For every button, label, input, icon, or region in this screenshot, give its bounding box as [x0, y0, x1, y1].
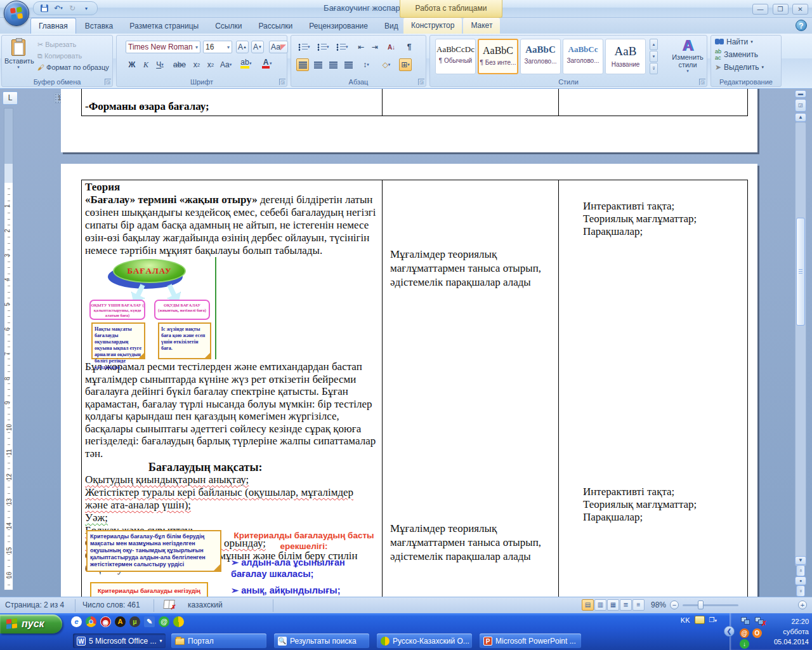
language-bar[interactable]: KK ❐▾ — [681, 616, 717, 624]
format-painter-button[interactable]: 🖌 Формат по образцу — [37, 63, 109, 71]
increase-indent-icon[interactable]: ⇥ — [369, 41, 381, 53]
zoom-slider-thumb[interactable] — [698, 600, 704, 609]
table-cell-teachers[interactable]: Мұғалімдер теориялық мағлұматтармен таны… — [383, 180, 558, 597]
page-2[interactable]: Теория «Бағалау» термині «жақын отыру» д… — [61, 164, 757, 597]
select-browse-object-icon[interactable]: ● — [795, 576, 806, 585]
next-page-icon[interactable]: » — [796, 585, 805, 597]
zoom-level[interactable]: 98% — [651, 600, 666, 609]
browse-object-icon[interactable]: ◲ — [795, 99, 806, 112]
word-count[interactable]: Число слов: 461 — [82, 600, 140, 609]
language-code[interactable]: KK — [681, 616, 690, 624]
highlight-button[interactable]: ab▾ — [239, 57, 254, 70]
tab-glavnaya[interactable]: Главная — [30, 18, 76, 34]
shrink-font-icon[interactable]: A▼ — [251, 41, 264, 53]
select-button[interactable]: ➤ Выделить▾ — [715, 63, 781, 72]
utorrent-icon[interactable]: µ — [129, 616, 140, 627]
view-web-layout-icon[interactable]: ▦ — [607, 599, 619, 611]
minimize-button[interactable]: — — [752, 4, 768, 15]
close-button[interactable]: ✕ — [792, 4, 808, 15]
font-size-combo[interactable]: 16▾ — [203, 41, 232, 53]
scroll-thumb[interactable] — [796, 218, 805, 326]
sort-icon[interactable]: А↓ — [385, 41, 398, 53]
change-case-button[interactable]: Aa▾ — [218, 58, 233, 71]
language-bar-options-icon[interactable]: ❐▾ — [709, 616, 717, 623]
browser-icon[interactable]: ◉ — [100, 616, 111, 627]
italic-button[interactable]: К — [140, 58, 152, 71]
styles-scroll-up-icon[interactable]: ▲ — [650, 39, 658, 50]
taskbar-search-results-button[interactable]: 🔍 Результаты поиска — [274, 633, 369, 648]
tab-recenzirovanie[interactable]: Рецензирование — [301, 18, 376, 34]
tab-ssylki[interactable]: Ссылки — [207, 18, 249, 34]
numbering-icon[interactable]: ▾ — [315, 41, 331, 53]
font-name-combo[interactable]: Times New Roman▾ — [126, 41, 200, 53]
tab-stop-selector[interactable]: L — [3, 91, 18, 105]
split-view-handle[interactable]: ▬ — [795, 90, 806, 98]
superscript-button[interactable]: x2 — [204, 58, 217, 71]
cut-button[interactable]: ✂ Вырезать — [37, 41, 109, 49]
tray-clock[interactable]: 22:20 суббота 05.04.2014 — [764, 616, 809, 647]
shading-icon[interactable]: ◇▾ — [380, 58, 393, 71]
vertical-scrollbar[interactable]: ▬ ◲ ▲ ▼ « ● » — [795, 89, 806, 597]
mail-at-icon[interactable]: @ — [740, 628, 749, 638]
keyboard-layout-icon[interactable] — [695, 616, 705, 624]
style-heading1[interactable]: AaBbC Заголово... — [520, 39, 561, 74]
restore-button[interactable]: ❐ — [773, 4, 789, 15]
taskbar-portal-button[interactable]: Портал — [171, 633, 266, 648]
zoom-slider-track[interactable] — [683, 604, 738, 606]
notes-icon[interactable]: ✎ — [144, 616, 155, 627]
font-dialog-launcher[interactable]: ◲ — [279, 79, 285, 85]
grow-font-icon[interactable]: A▲ — [236, 41, 249, 53]
replace-button[interactable]: abac Заменить — [715, 48, 781, 61]
vertical-ruler[interactable]: 1234567891011121314151617 — [4, 108, 13, 590]
scroll-up-icon[interactable]: ▲ — [795, 113, 806, 122]
scroll-track[interactable] — [795, 122, 806, 566]
multilevel-list-icon[interactable]: ▾ — [334, 41, 350, 53]
font-color-button[interactable]: А▾ — [260, 57, 274, 70]
styles-gallery-more-icon[interactable]: ⊽ — [650, 63, 658, 74]
spellcheck-icon[interactable] — [163, 600, 174, 609]
taskbar-word-button[interactable]: W 5 Microsoft Office ...▾ — [73, 633, 166, 648]
internet-explorer-icon[interactable]: e — [71, 616, 82, 627]
decrease-indent-icon[interactable]: ⇤ — [355, 41, 367, 53]
paragraph-dialog-launcher[interactable]: ◲ — [418, 79, 424, 85]
style-title[interactable]: AaB Название — [605, 39, 646, 74]
scroll-down-icon[interactable]: ▼ — [795, 556, 806, 565]
update-download-icon[interactable]: ↓ — [740, 639, 749, 649]
line-spacing-icon[interactable]: ↕▾ — [360, 58, 372, 71]
start-button[interactable]: пуск — [0, 614, 62, 633]
table-cell-theory[interactable]: Теория «Бағалау» термині «жақын отыру» д… — [82, 180, 382, 597]
table-cell-resources[interactable]: Интерактивті тақта; Теориялық мағлұматта… — [559, 180, 747, 597]
odnoklassniki-icon[interactable]: O — [752, 628, 762, 638]
language-indicator[interactable]: казахский — [188, 600, 223, 609]
styles-dialog-launcher[interactable]: ◲ — [699, 79, 705, 85]
app-a-icon[interactable]: A — [115, 616, 126, 627]
bullets-icon[interactable]: ▾ — [296, 41, 312, 53]
taskbar-dictionary-button[interactable]: Русско-Казахский О... — [377, 633, 472, 648]
change-styles-button[interactable]: A Изменить стили▾ — [671, 38, 704, 74]
yandex-icon[interactable] — [173, 616, 184, 627]
tab-rassylki[interactable]: Рассылки — [251, 18, 300, 34]
align-left-button[interactable] — [296, 58, 309, 71]
show-marks-icon[interactable]: ¶ — [403, 41, 416, 53]
subscript-button[interactable]: x2 — [190, 58, 203, 71]
network-disconnected-icon[interactable] — [755, 617, 765, 625]
tab-razmetka[interactable]: Разметка страницы — [122, 18, 206, 34]
zoom-out-icon[interactable]: − — [670, 600, 679, 609]
view-outline-icon[interactable]: ≣ — [620, 599, 632, 611]
underline-button[interactable]: Ч▾ — [154, 58, 166, 71]
borders-icon[interactable]: ⊞▾ — [399, 58, 412, 71]
mail-agent-icon[interactable]: @ — [159, 616, 169, 627]
office-button[interactable] — [4, 1, 29, 26]
view-print-layout-icon[interactable]: ▤ — [582, 599, 594, 611]
tab-vstavka[interactable]: Вставка — [77, 18, 121, 34]
page-indicator[interactable]: Страница: 2 из 4 — [5, 600, 64, 609]
align-right-button[interactable] — [327, 58, 339, 71]
taskbar-powerpoint-button[interactable]: P Microsoft PowerPoint ... — [480, 633, 581, 648]
tab-konstruktor[interactable]: Конструктор — [403, 18, 462, 34]
style-normal[interactable]: AaBbCcDc ¶ Обычный — [435, 39, 476, 74]
style-heading2[interactable]: AaBbCc Заголово... — [563, 39, 603, 74]
page-1[interactable]: -Форманы өзара бағалау; — [61, 89, 757, 152]
bold-button[interactable]: Ж — [126, 58, 138, 71]
view-fullscreen-reading-icon[interactable]: ▥ — [594, 599, 606, 611]
style-no-spacing[interactable]: AaBbC ¶ Без инте... — [478, 39, 518, 74]
